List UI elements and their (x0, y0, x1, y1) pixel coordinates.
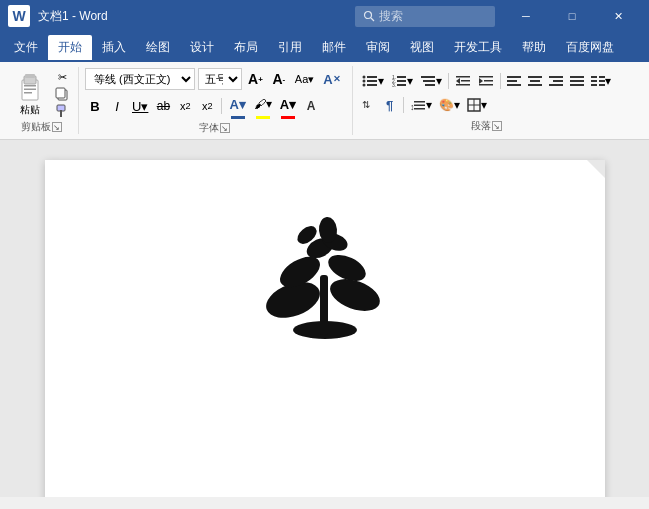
font-shrink-button[interactable]: A- (269, 68, 289, 90)
shading-button[interactable]: 🎨▾ (436, 94, 463, 116)
svg-text:3.: 3. (392, 82, 396, 88)
highlight-btn-group: 🖌▾ (251, 93, 275, 119)
copy-button[interactable] (52, 86, 72, 102)
svg-rect-33 (484, 80, 493, 82)
menu-mailings[interactable]: 邮件 (312, 35, 356, 60)
change-case-button[interactable]: Aa▾ (292, 68, 317, 90)
menu-baidu[interactable]: 百度网盘 (556, 35, 624, 60)
menu-view[interactable]: 视图 (400, 35, 444, 60)
justify-button[interactable] (567, 70, 587, 92)
clipboard-expand-icon[interactable]: ↘ (52, 122, 62, 132)
separator-1 (221, 98, 222, 114)
svg-rect-36 (507, 80, 517, 82)
clear-format-button[interactable]: A✕ (320, 68, 343, 90)
font-row-1: 等线 (西文正文) 五号 A+ A- Aa▾ A✕ (85, 68, 344, 90)
maximize-button[interactable]: □ (549, 0, 595, 32)
justify-icon (570, 75, 584, 87)
font-row-2: B I U▾ ab x2 x2 A▾ 🖌▾ A▾ (85, 93, 344, 119)
document-page[interactable] (45, 160, 605, 497)
menu-draw[interactable]: 绘图 (136, 35, 180, 60)
close-button[interactable]: ✕ (595, 0, 641, 32)
svg-rect-25 (423, 80, 435, 82)
multilevel-list-button[interactable]: ▾ (417, 70, 445, 92)
align-left-button[interactable] (504, 70, 524, 92)
line-spacing-icon: ↕ (410, 99, 426, 111)
svg-rect-34 (479, 84, 493, 86)
font-name-select[interactable]: 等线 (西文正文) (85, 68, 195, 90)
sep-para-3 (403, 97, 404, 113)
font-color-btn-group: A▾ (226, 93, 248, 119)
highlight-button[interactable]: 🖌▾ (251, 93, 275, 115)
paragraph-expand-icon[interactable]: ↘ (492, 121, 502, 131)
multilevel-icon (420, 74, 436, 88)
subscript-button[interactable]: x2 (175, 95, 195, 117)
italic-button[interactable]: I (107, 95, 127, 117)
superscript-button[interactable]: x2 (197, 95, 217, 117)
strikethrough-button[interactable]: ab (153, 95, 173, 117)
borders-icon (467, 98, 481, 112)
menu-references[interactable]: 引用 (268, 35, 312, 60)
align-center-button[interactable] (525, 70, 545, 92)
svg-rect-50 (599, 80, 605, 82)
sort-icon: ⇅ (362, 99, 376, 111)
paragraph-label: 段落 ↘ (359, 119, 614, 133)
numbering-button[interactable]: 1. 2. 3. ▾ (388, 70, 416, 92)
svg-rect-45 (570, 80, 584, 82)
columns-button[interactable]: ▾ (588, 70, 614, 92)
font-grow-button[interactable]: A+ (245, 68, 266, 90)
search-bar[interactable]: 搜索 (355, 6, 495, 27)
line-spacing-button[interactable]: ↕ ▾ (407, 94, 435, 116)
svg-rect-32 (479, 76, 493, 78)
svg-rect-44 (570, 76, 584, 78)
align-right-button[interactable] (546, 70, 566, 92)
page-corner (587, 160, 605, 178)
font-expand-icon[interactable]: ↘ (220, 123, 230, 133)
increase-indent-button[interactable] (475, 70, 497, 92)
menu-help[interactable]: 帮助 (512, 35, 556, 60)
text-effects-button[interactable]: A (301, 95, 321, 117)
svg-rect-30 (456, 84, 470, 86)
format-painter-button[interactable] (52, 103, 72, 119)
search-placeholder: 搜索 (379, 8, 403, 25)
decrease-indent-button[interactable] (452, 70, 474, 92)
minimize-button[interactable]: ─ (503, 0, 549, 32)
svg-rect-6 (24, 89, 36, 91)
svg-rect-40 (528, 84, 542, 86)
clipboard-section: 粘贴 ✂ (8, 67, 79, 134)
copy-icon (55, 87, 69, 101)
cut-button[interactable]: ✂ (52, 69, 72, 85)
search-icon (363, 10, 375, 22)
font-color-button[interactable]: A▾ (226, 93, 248, 115)
menu-design[interactable]: 设计 (180, 35, 224, 60)
menu-insert[interactable]: 插入 (92, 35, 136, 60)
text-color-btn-group: A▾ (277, 93, 299, 119)
text-color-button[interactable]: A▾ (277, 93, 299, 115)
underline-button[interactable]: U▾ (129, 95, 151, 117)
show-hide-button[interactable]: ¶ (380, 94, 400, 116)
bullets-button[interactable]: ▾ (359, 70, 387, 92)
menu-review[interactable]: 审阅 (356, 35, 400, 60)
menu-file[interactable]: 文件 (4, 35, 48, 60)
decrease-indent-icon (455, 74, 471, 88)
align-center-icon (528, 75, 542, 87)
menu-developer[interactable]: 开发工具 (444, 35, 512, 60)
underline-btn-group: U▾ (129, 95, 151, 117)
menu-layout[interactable]: 布局 (224, 35, 268, 60)
svg-rect-48 (599, 76, 605, 78)
svg-rect-23 (397, 84, 406, 86)
paste-button[interactable]: 粘贴 (10, 69, 50, 119)
sep-para-1 (448, 73, 449, 89)
svg-rect-51 (591, 84, 597, 86)
svg-rect-46 (570, 84, 584, 86)
font-label-text: 字体 (199, 121, 219, 135)
menu-home[interactable]: 开始 (48, 35, 92, 60)
menu-bar: 文件 开始 插入 绘图 设计 布局 引用 邮件 审阅 视图 开发工具 帮助 百度… (0, 32, 649, 62)
numbering-icon: 1. 2. 3. (391, 74, 407, 88)
paragraph-label-text: 段落 (471, 119, 491, 133)
sort-button[interactable]: ⇅ (359, 94, 379, 116)
bold-button[interactable]: B (85, 95, 105, 117)
svg-point-14 (362, 80, 365, 83)
borders-button[interactable]: ▾ (464, 94, 490, 116)
align-left-icon (507, 75, 521, 87)
font-size-select[interactable]: 五号 (198, 68, 242, 90)
